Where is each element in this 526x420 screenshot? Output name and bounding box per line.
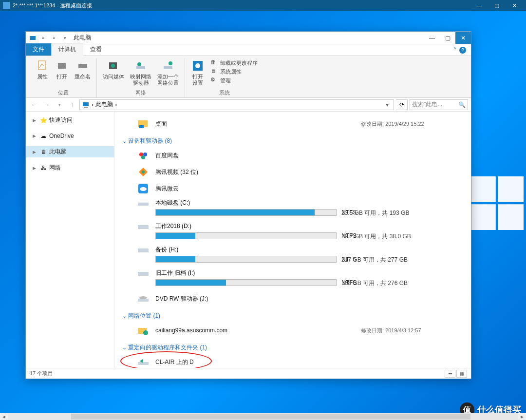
chevron-right-icon[interactable]: ▶ [33,150,38,154]
svg-rect-5 [38,61,45,70]
section-devices[interactable]: 设备和驱动器 (8) [122,132,463,147]
qat-item-1[interactable]: ▫ [38,33,48,43]
up-button[interactable]: ↑ [67,99,77,110]
sidebar-item-network[interactable]: ▶ 🖧 网络 [26,162,114,173]
uninstall-button[interactable]: 🗑卸载或更改程序 [210,59,258,67]
sidebar-item-thispc[interactable]: ▶ 🖥 此电脑 [26,146,114,157]
tab-view[interactable]: 查看 [83,43,109,56]
svg-rect-29 [138,225,149,229]
search-input[interactable]: 搜索"此电... 🔍 [410,99,468,110]
add-network-location-button[interactable]: 添加一个 网络位置 [155,58,181,87]
scroll-track[interactable] [8,413,518,420]
address-separator[interactable]: › [92,101,94,108]
redirected-drive-item[interactable]: CL-AIR 上的 D [122,354,463,368]
app-icon [136,182,150,195]
content-pane[interactable]: 桌面 修改日期: 2019/4/29 15:22 设备和驱动器 (8) 百度网盘… [114,112,471,368]
close-button[interactable]: ✕ [455,32,471,44]
forward-button[interactable]: → [41,99,52,110]
network-location-item[interactable]: cailiang99a.asuscomm.com 修改日期: 2019/4/3 … [122,322,463,339]
device-item[interactable]: 百度网盘 [122,147,463,164]
qat-dropdown-icon[interactable]: ▾ [60,33,70,43]
maximize-button[interactable]: ▢ [440,32,455,44]
svg-rect-30 [138,248,149,252]
quick-access-toolbar: ▫ ▫ ▾ [28,33,70,43]
device-item[interactable]: 腾讯视频 (32 位) [122,164,463,180]
qat-item-2[interactable]: ▫ [49,33,59,43]
rdp-titlebar[interactable]: 2*.***.***.1**:1234 - 远程桌面连接 — ▢ ✕ [0,0,526,11]
status-bar: 17 个项目 ☰ ▦ [26,368,471,379]
back-button[interactable]: ← [29,99,39,110]
svg-rect-31 [138,272,149,276]
explorer-window-controls: — ▢ ✕ [424,32,471,44]
icons-view-button[interactable]: ▦ [456,370,467,378]
ribbon-group-network: 访问媒体 映射网络 驱动器 添加一个 网络位置 网络 [97,58,185,97]
dvd-drive-item[interactable]: DVD RW 驱动器 (J:) [122,290,463,307]
section-redirected[interactable]: 重定向的驱动程序和文件夹 (1) [122,339,463,354]
address-bar[interactable]: › 此电脑 › ▾ [79,99,394,110]
chevron-right-icon[interactable]: ▶ [33,166,38,171]
tab-computer[interactable]: 计算机 [51,43,83,56]
chevron-right-icon[interactable]: ▶ [33,134,38,138]
navigation-bar: ← → ▾ ↑ › 此电脑 › ▾ ⟳ 搜索"此电... 🔍 [26,98,471,112]
add-location-icon [161,59,175,73]
svg-rect-19 [139,125,144,128]
scroll-thumb[interactable] [71,414,470,420]
sidebar-item-quick-access[interactable]: ▶ ⭐ 快速访问 [26,115,114,126]
navigation-pane[interactable]: ▶ ⭐ 快速访问 ▶ ☁ OneDrive ▶ 🖥 此电脑 [26,112,114,368]
horizontal-scrollbar[interactable]: ◂ ▸ [0,413,526,420]
device-item[interactable]: 腾讯微云 [122,180,463,197]
folder-item-desktop[interactable]: 桌面 修改日期: 2019/4/29 15:22 [122,115,463,132]
drive-item[interactable]: 旧工作 归档 (I:) NTFS 168 GB 可用，共 276 GB [122,267,463,290]
recent-locations-button[interactable]: ▾ [54,99,65,110]
refresh-button[interactable]: ⟳ [396,99,408,110]
rdp-maximize-button[interactable]: ▢ [488,0,506,11]
section-network-locations[interactable]: 网络位置 (1) [122,307,463,322]
tab-file[interactable]: 文件 [26,43,51,56]
chevron-right-icon[interactable]: ▶ [33,118,38,123]
open-icon [55,59,69,73]
explorer-window: ▫ ▫ ▾ 此电脑 — ▢ ✕ 文件 计算机 查看 ˄ ? [25,31,471,379]
drive-item[interactable]: 本地磁盘 (C:) NTFS 23.5 GB 可用，共 193 GB [122,197,463,220]
open-settings-button[interactable]: 打开 设置 [189,58,207,87]
usage-bar [155,279,337,286]
open-button[interactable]: 打开 [53,58,71,81]
rdp-window: 2*.***.***.1**:1234 - 远程桌面连接 — ▢ ✕ ▫ ▫ [0,0,526,420]
modified-date: 修改日期: 2019/4/29 15:22 [361,120,463,128]
scroll-left-button[interactable]: ◂ [0,413,8,420]
search-icon: 🔍 [458,101,466,108]
access-media-button[interactable]: 访问媒体 [101,58,126,81]
search-placeholder: 搜索"此电... [412,100,442,109]
thispc-icon: 🖥 [39,148,47,156]
redirected-drive-icon [136,356,150,368]
system-properties-button[interactable]: 🖥系统属性 [210,68,258,76]
rdp-title: 2*.***.***.1**:1234 - 远程桌面连接 [13,2,470,9]
scroll-right-button[interactable]: ▸ [518,413,526,420]
rdp-close-button[interactable]: ✕ [506,0,523,11]
minimize-button[interactable]: — [424,32,440,44]
sidebar-item-onedrive[interactable]: ▶ ☁ OneDrive [26,131,114,141]
ribbon-collapse-help[interactable]: ˄ ? [449,45,471,56]
drive-icon [136,245,150,254]
remote-desktop-area[interactable]: ▫ ▫ ▾ 此电脑 — ▢ ✕ 文件 计算机 查看 ˄ ? [0,11,526,420]
drive-item[interactable]: 备份 (H:) NTFS 217 GB 可用，共 277 GB [122,244,463,267]
rename-icon [76,59,90,73]
rdp-minimize-button[interactable]: — [470,0,488,11]
network-icon: 🖧 [39,164,47,172]
address-separator-2[interactable]: › [115,101,117,108]
address-dropdown-icon[interactable]: ▾ [383,101,392,108]
help-icon[interactable]: ? [459,47,466,54]
details-view-button[interactable]: ☰ [445,370,455,378]
rename-button[interactable]: 重命名 [73,58,93,81]
group-label-system: 系统 [219,89,230,96]
svg-point-35 [143,330,148,335]
usage-bar [155,232,337,239]
map-drive-button[interactable]: 映射网络 驱动器 [128,58,153,87]
drive-item[interactable]: 工作2018 (D:) NTFS 29.7 GB 可用，共 38.0 GB [122,220,463,244]
svg-rect-2 [470,204,496,230]
explorer-titlebar[interactable]: ▫ ▫ ▾ 此电脑 — ▢ ✕ [26,32,471,44]
system-menu-icon[interactable] [28,33,38,43]
address-location[interactable]: 此电脑 [95,100,113,109]
app-icon [136,166,150,178]
manage-button[interactable]: ⚙管理 [210,76,258,84]
properties-button[interactable]: 属性 [34,58,51,81]
